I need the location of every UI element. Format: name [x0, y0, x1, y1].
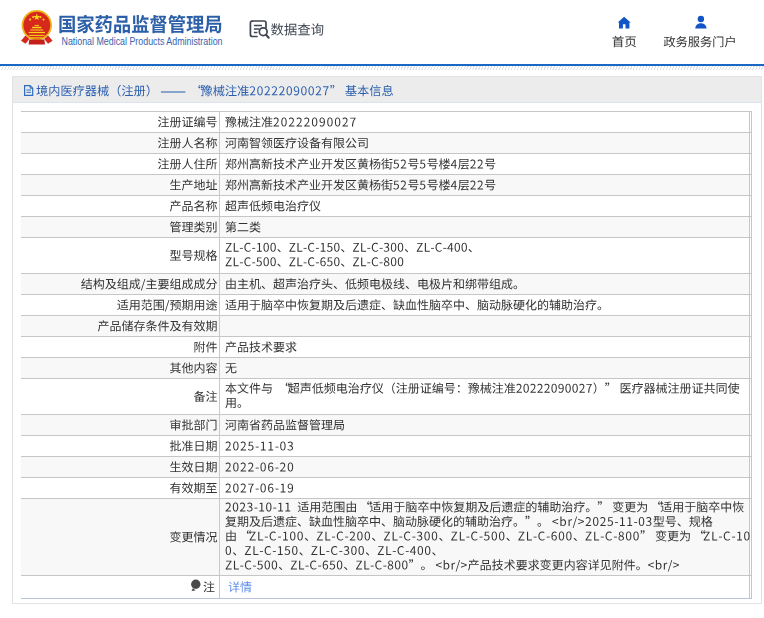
svg-text:National Medical Products Admi: National Medical Products Administration	[62, 36, 223, 47]
